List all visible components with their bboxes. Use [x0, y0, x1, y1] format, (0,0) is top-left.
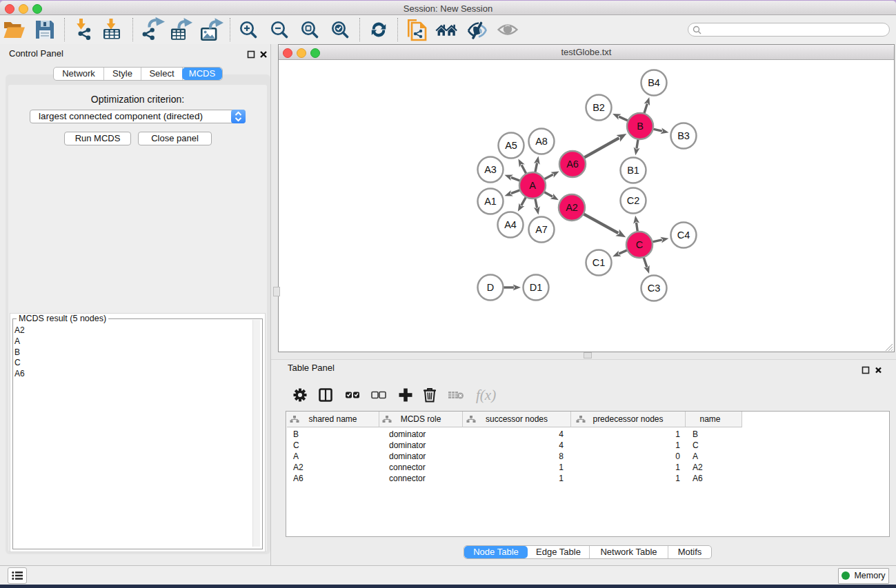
svg-text:C3: C3	[648, 283, 661, 294]
svg-text:C4: C4	[677, 230, 690, 241]
svg-text:B: B	[637, 121, 644, 132]
svg-text:B3: B3	[677, 130, 690, 141]
svg-text:A3: A3	[484, 164, 497, 175]
svg-text:f(x): f(x)	[476, 387, 496, 403]
svg-text:C1: C1	[593, 257, 606, 268]
svg-text:A4: A4	[504, 219, 517, 230]
svg-text:D: D	[487, 282, 494, 293]
svg-text:B4: B4	[648, 77, 660, 88]
svg-text:C: C	[636, 239, 643, 250]
svg-text:A1: A1	[484, 196, 497, 207]
svg-text:B2: B2	[593, 102, 605, 113]
svg-text:A8: A8	[535, 136, 548, 147]
svg-text:A6: A6	[566, 159, 579, 170]
svg-text:A5: A5	[505, 140, 517, 151]
svg-text:C2: C2	[627, 195, 640, 206]
svg-text:A2: A2	[566, 202, 578, 213]
svg-text:A: A	[529, 180, 536, 191]
svg-text:D1: D1	[530, 282, 543, 293]
svg-text:A7: A7	[535, 224, 548, 235]
svg-text:B1: B1	[627, 165, 639, 176]
